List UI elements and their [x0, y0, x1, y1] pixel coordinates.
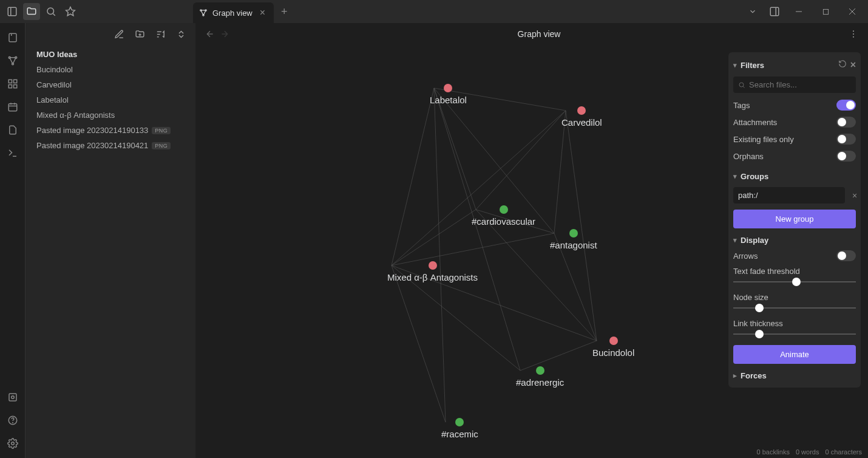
node-label: #antagonist	[550, 240, 597, 250]
settings-icon[interactable]	[4, 435, 21, 452]
svg-point-2	[47, 8, 54, 15]
graph-canvas[interactable]: LabetalolCarvedilol#cardiovascular#antag…	[195, 45, 868, 458]
new-note-icon[interactable]	[112, 27, 126, 41]
orphans-toggle-label: Orphans	[733, 152, 764, 161]
sort-icon[interactable]	[153, 27, 168, 41]
window-maximize-icon[interactable]	[815, 3, 836, 20]
tags-toggle-label: Tags	[733, 101, 750, 110]
file-item[interactable]: Pasted image 20230214190421PNG	[30, 138, 191, 152]
window-close-icon[interactable]	[841, 3, 863, 20]
vault-header[interactable]: MUO Ideas	[30, 47, 191, 61]
graph-node[interactable]: #cardiovascular	[472, 205, 535, 227]
file-tree: MUO Ideas BucindololCarvedilolLabetalolM…	[25, 45, 195, 156]
node-label: #adrenergic	[516, 377, 564, 388]
svg-rect-17	[9, 33, 16, 42]
svg-point-38	[11, 442, 14, 445]
window-minimize-icon[interactable]	[788, 3, 810, 20]
svg-point-68	[739, 83, 744, 87]
quick-switcher-icon[interactable]	[4, 29, 21, 46]
statusbar: 0 backlinks 0 words 0 characters	[751, 446, 868, 458]
svg-rect-25	[8, 80, 12, 83]
filters-title: Filters	[741, 61, 764, 70]
forces-header[interactable]: ▸Forces	[733, 369, 856, 383]
graph-node[interactable]: Bucindolol	[592, 337, 634, 358]
graph-node[interactable]: Labetalol	[430, 84, 467, 105]
display-title: Display	[741, 236, 768, 245]
file-name: Labetalol	[36, 95, 69, 104]
file-item[interactable]: Carvedilol	[30, 78, 191, 92]
text-fade-slider[interactable]	[733, 277, 856, 287]
svg-line-24	[13, 58, 16, 64]
orphans-toggle[interactable]	[836, 151, 856, 162]
file-item[interactable]: Pasted image 20230214190133PNG	[30, 123, 191, 137]
tab-close-icon[interactable]: ×	[257, 7, 268, 18]
filter-search[interactable]	[733, 77, 856, 93]
node-label: Carvedilol	[561, 117, 602, 128]
svg-line-57	[392, 210, 476, 265]
svg-marker-4	[66, 7, 75, 16]
attachments-toggle-label: Attachments	[733, 118, 777, 127]
sidebar-toggle-icon[interactable]	[4, 3, 21, 20]
file-item[interactable]: Mixed α-β Antagonists	[30, 108, 191, 122]
file-item[interactable]: Labetalol	[30, 93, 191, 107]
nav-forward-icon[interactable]	[217, 27, 232, 41]
svg-rect-0	[8, 7, 16, 16]
node-label: #racemic	[441, 429, 478, 439]
vault-icon[interactable]	[4, 389, 21, 406]
file-name: Bucindolol	[36, 65, 73, 74]
attachments-toggle[interactable]	[836, 117, 856, 128]
animate-button[interactable]: Animate	[733, 345, 856, 364]
new-tab-button[interactable]: +	[274, 5, 295, 18]
new-group-button[interactable]: New group	[733, 210, 856, 228]
collapse-icon[interactable]	[174, 27, 188, 41]
remove-group-icon[interactable]: ×	[852, 191, 857, 200]
help-icon[interactable]	[4, 412, 21, 429]
folder-icon[interactable]	[23, 3, 40, 20]
svg-rect-11	[770, 7, 779, 16]
node-size-slider[interactable]	[733, 303, 856, 313]
right-sidebar-toggle-icon[interactable]	[766, 3, 783, 20]
graph-node[interactable]: #adrenergic	[516, 366, 564, 388]
filter-search-input[interactable]	[749, 80, 851, 89]
graph-node[interactable]: #antagonist	[550, 229, 597, 250]
calendar-icon[interactable]	[4, 98, 21, 115]
existing-toggle-label: Existing files only	[733, 135, 794, 144]
svg-line-66	[434, 88, 520, 371]
tags-toggle[interactable]	[836, 100, 856, 111]
file-badge: PNG	[152, 127, 171, 134]
text-fade-label: Text fade threshold	[733, 264, 856, 277]
node-size-label: Node size	[733, 290, 856, 303]
chevron-down-icon[interactable]	[744, 3, 761, 20]
search-icon[interactable]	[42, 3, 59, 20]
arrows-toggle[interactable]	[836, 250, 856, 261]
canvas-icon[interactable]	[4, 75, 21, 92]
files-icon[interactable]	[4, 121, 21, 138]
reset-icon[interactable]	[838, 60, 847, 70]
file-item[interactable]: Bucindolol	[30, 63, 191, 77]
graph-node[interactable]: #racemic	[441, 418, 478, 439]
tab-graph-view[interactable]: Graph view ×	[193, 2, 274, 23]
display-header[interactable]: ▾Display	[733, 233, 856, 247]
filters-header[interactable]: ▾ Filters ×	[733, 57, 856, 73]
graph-node[interactable]: Carvedilol	[561, 106, 602, 128]
command-icon[interactable]	[4, 145, 21, 162]
link-thickness-slider[interactable]	[733, 329, 856, 339]
file-badge: PNG	[152, 142, 171, 149]
svg-line-56	[566, 111, 597, 341]
groups-header[interactable]: ▾Groups	[733, 169, 856, 183]
status-backlinks: 0 backlinks	[757, 448, 790, 456]
svg-point-37	[12, 422, 13, 423]
existing-files-toggle[interactable]	[836, 134, 856, 145]
close-panel-icon[interactable]: ×	[850, 60, 856, 70]
groups-title: Groups	[741, 172, 768, 181]
graph-ribbon-icon[interactable]	[4, 52, 21, 69]
nav-back-icon[interactable]	[203, 27, 217, 41]
new-folder-icon[interactable]	[132, 27, 147, 41]
star-icon[interactable]	[62, 3, 79, 20]
group-query-input[interactable]	[733, 187, 845, 203]
svg-rect-29	[8, 104, 17, 111]
node-label: Mixed α-β Antagonists	[387, 272, 478, 282]
svg-line-69	[743, 86, 744, 87]
more-options-icon[interactable]	[846, 27, 861, 41]
graph-node[interactable]: Mixed α-β Antagonists	[387, 261, 478, 282]
